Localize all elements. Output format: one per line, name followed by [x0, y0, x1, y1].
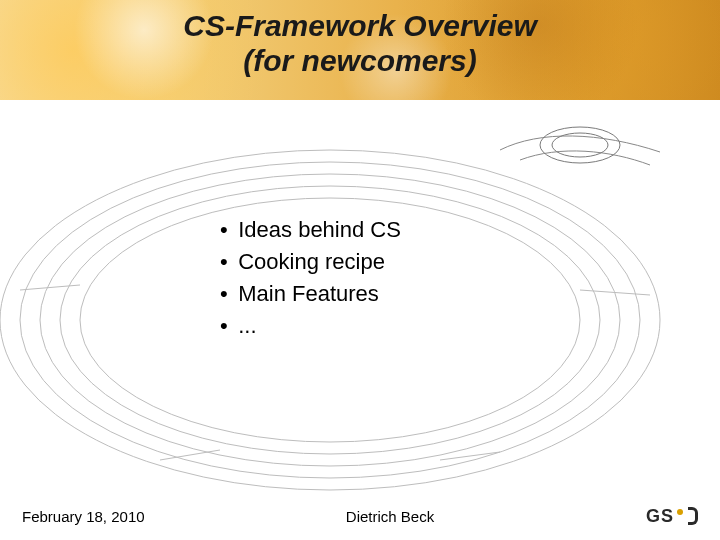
- svg-line-8: [580, 290, 650, 295]
- svg-line-9: [160, 450, 220, 460]
- logo-bracket-icon: [688, 507, 698, 525]
- bullet-dot-icon: •: [220, 246, 232, 278]
- list-item: • Cooking recipe: [220, 246, 401, 278]
- bullet-dot-icon: •: [220, 278, 232, 310]
- slide-title-line2: (for newcomers): [0, 44, 720, 78]
- bullet-dot-icon: •: [220, 214, 232, 246]
- list-item: • Main Features: [220, 278, 401, 310]
- bullet-text: ...: [238, 313, 256, 338]
- svg-point-5: [540, 127, 620, 163]
- bullet-text: Main Features: [238, 281, 379, 306]
- logo-dot-icon: [677, 509, 683, 515]
- slide: CS-Framework Overview (for newcomers) • …: [0, 0, 720, 540]
- slide-title-line1: CS-Framework Overview: [0, 8, 720, 44]
- footer-author: Dietrich Beck: [182, 508, 598, 525]
- gsi-logo: GS: [646, 506, 698, 527]
- svg-line-10: [440, 452, 500, 460]
- logo-text: GS: [646, 506, 674, 527]
- svg-line-7: [20, 285, 80, 290]
- footer-logo: GS: [598, 506, 698, 527]
- footer-date: February 18, 2010: [22, 508, 182, 525]
- footer: February 18, 2010 Dietrich Beck GS: [0, 502, 720, 530]
- bullet-text: Cooking recipe: [238, 249, 385, 274]
- bullet-dot-icon: •: [220, 310, 232, 342]
- bullet-list: • Ideas behind CS • Cooking recipe • Mai…: [220, 214, 401, 342]
- list-item: • Ideas behind CS: [220, 214, 401, 246]
- list-item: • ...: [220, 310, 401, 342]
- svg-point-6: [552, 133, 608, 157]
- bullet-text: Ideas behind CS: [238, 217, 401, 242]
